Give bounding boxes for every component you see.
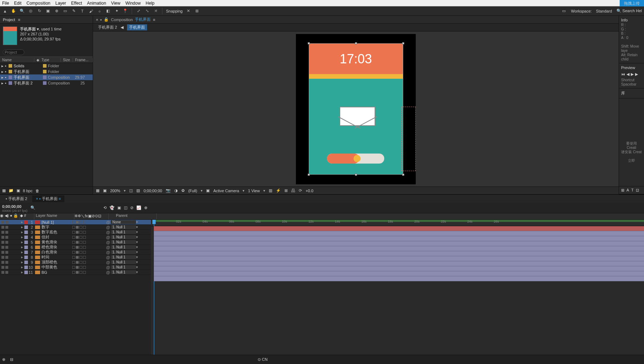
layer-bar[interactable] (154, 251, 644, 256)
pin-tool[interactable]: 📍 (122, 8, 128, 14)
text-tool[interactable]: T (79, 8, 85, 14)
menu-animation[interactable]: Animation (87, 1, 106, 6)
layer-bar[interactable] (154, 241, 644, 246)
align-panel-icon[interactable]: T (631, 188, 634, 193)
axis-local-icon[interactable]: ⤢ (136, 8, 141, 14)
preview-panel-tab[interactable]: Preview (621, 65, 642, 71)
layer-bar[interactable] (154, 261, 644, 266)
search-help[interactable]: 🔍 Search Hel (616, 9, 642, 13)
transparency-icon[interactable]: ▧ (136, 188, 140, 193)
layer-bar[interactable] (154, 231, 644, 236)
3d-icon[interactable]: ▣ (206, 188, 210, 193)
menu-edit[interactable]: Edit (14, 1, 21, 6)
snap-opt2-icon[interactable]: ⊞ (194, 8, 200, 14)
timecode-display[interactable]: 0;00;00;00 (143, 189, 162, 193)
menu-view[interactable]: View (111, 1, 121, 6)
library-panel-tab[interactable]: 库 (621, 90, 642, 97)
layer-bar[interactable] (154, 276, 644, 281)
brainstorm-icon[interactable]: ⊕ (144, 205, 147, 210)
misc-panel-icon[interactable]: ⊡ (636, 188, 639, 193)
status-icon-2[interactable]: ⊟ (10, 357, 13, 362)
timeline-tab-1[interactable]: ▪ 手机界面 2 (2, 195, 31, 202)
grid-icon[interactable]: ▣ (103, 188, 107, 193)
views-dropdown[interactable]: 1 View (248, 189, 260, 193)
timeline-icon[interactable]: ⊞ (284, 188, 288, 193)
roto-tool[interactable]: ✦ (114, 8, 119, 14)
cloud-upload-badge[interactable]: 拖拽上传 (620, 0, 644, 6)
current-time[interactable]: 0;00;00;00 00000 (29.97 fps) (2, 203, 28, 213)
camera-dropdown[interactable]: Active Camera (213, 189, 239, 193)
eraser-tool[interactable]: ◧ (105, 8, 111, 14)
layer-row[interactable]: ▸3数字底色@1. Null 1▾ (0, 230, 151, 235)
layer-row[interactable]: ▸2数字@1. Null 1▾ (0, 225, 151, 230)
first-frame-icon[interactable]: ⏮ (621, 72, 625, 77)
crumb-parent[interactable]: 手机界面 2 (98, 25, 117, 30)
col-name[interactable]: Name (0, 58, 34, 62)
pixel-aspect-icon[interactable]: ▥ (269, 188, 272, 193)
shy-icon[interactable]: 👻 (109, 205, 114, 210)
comp-render[interactable]: 17:03 (309, 44, 403, 174)
ime-icon[interactable]: ⊙ CN (258, 357, 268, 362)
timeline-tab-2[interactable]: × ▪ 手机界面 ≡ (32, 195, 64, 202)
color-mgmt-icon[interactable]: ✿ (181, 188, 185, 193)
lock-icon[interactable]: 🔒 (104, 17, 109, 22)
selection-tool[interactable]: ▲ (2, 8, 8, 14)
menu-file[interactable]: File (2, 1, 9, 6)
layer-row[interactable]: ▸1[Null 1]@None▾ (0, 220, 151, 225)
col-size[interactable]: Size (61, 58, 73, 62)
layer-row[interactable]: ▸10中部黄色@1. Null 1▾ (0, 265, 151, 270)
col-type[interactable]: Type (39, 58, 61, 62)
menu-composition[interactable]: Composition (26, 1, 50, 6)
snapping-toggle[interactable]: Snapping (166, 9, 183, 13)
layer-row[interactable]: ▸5黄色滑块@1. Null 1▾ (0, 240, 151, 245)
col-framerate[interactable]: Frame... (73, 58, 93, 62)
next-frame-icon[interactable]: ▶ (635, 72, 638, 77)
layer-row[interactable]: ▸4信封@1. Null 1▾ (0, 235, 151, 240)
layer-bar[interactable] (154, 266, 644, 271)
layer-row[interactable]: ▸9顶部橙色@1. Null 1▾ (0, 260, 151, 265)
project-search[interactable] (3, 49, 24, 55)
graph-editor-icon[interactable]: 📈 (136, 205, 141, 210)
motion-blur-icon[interactable]: ⊘ (130, 205, 133, 210)
fast-preview-icon[interactable]: ⚡ (276, 188, 281, 193)
menu-layer[interactable]: Layer (55, 1, 66, 6)
orbit-tool[interactable]: ◎ (28, 8, 34, 14)
layer-bar[interactable] (154, 236, 644, 241)
slider-layer[interactable] (327, 154, 384, 164)
prev-frame-icon[interactable]: ◀ (626, 72, 629, 77)
layer-row[interactable]: ▸6橙色滑块@1. Null 1▾ (0, 245, 151, 250)
workspace-dropdown[interactable]: Standard (596, 9, 612, 13)
time-search-icon[interactable]: 🔍 (30, 205, 35, 210)
layer-bar[interactable] (154, 226, 644, 231)
layer-bar[interactable] (154, 256, 644, 261)
bpc-button[interactable]: 8 bpc (23, 189, 33, 193)
comp-mini-flowchart-icon[interactable]: ⟲ (103, 205, 107, 210)
panel-menu-icon[interactable]: ≡ (18, 18, 20, 22)
play-icon[interactable]: ▶ (631, 72, 634, 77)
envelope-layer[interactable] (340, 107, 375, 126)
layer-bar[interactable] (154, 271, 644, 276)
draft3d-icon[interactable]: ▣ (117, 205, 121, 210)
channel-icon[interactable]: ◑ (174, 188, 178, 193)
snap-opt-icon[interactable]: ✕ (186, 8, 191, 14)
menu-effect[interactable]: Effect (71, 1, 82, 6)
resolution-dropdown[interactable]: (Full) (188, 189, 197, 193)
brush-tool[interactable]: 🖌 (88, 8, 94, 14)
layer-row[interactable]: ▸11BG@1. Null 1▾ (0, 270, 151, 275)
interpret-icon[interactable]: ▦ (2, 188, 6, 193)
menu-help[interactable]: Help (146, 1, 155, 6)
pin-tab-icon[interactable]: ▪ (100, 18, 102, 22)
layer-bar[interactable] (154, 246, 644, 251)
axis-world-icon[interactable]: ⤡ (144, 8, 150, 14)
project-item[interactable]: ▸▪手机界面Composition29.97 (0, 74, 93, 80)
project-item[interactable]: ▸▪手机界面 2Composition25 (0, 80, 93, 86)
crumb-current[interactable]: 手机界面 (127, 24, 147, 30)
viewer-comp-name[interactable]: 手机界面 (135, 17, 151, 22)
frame-blend-icon[interactable]: ◫ (124, 205, 127, 210)
snapshot-icon[interactable]: 📷 (166, 188, 171, 193)
project-item[interactable]: ▸▪SolidsFolder (0, 63, 93, 69)
project-item[interactable]: ▸▪手机界面Folder (0, 69, 93, 74)
trash-icon[interactable]: 🗑 (35, 189, 39, 193)
layer-row[interactable]: ▸7白色滑块@1. Null 1▾ (0, 250, 151, 255)
status-icon[interactable]: ⊕ (2, 357, 5, 362)
